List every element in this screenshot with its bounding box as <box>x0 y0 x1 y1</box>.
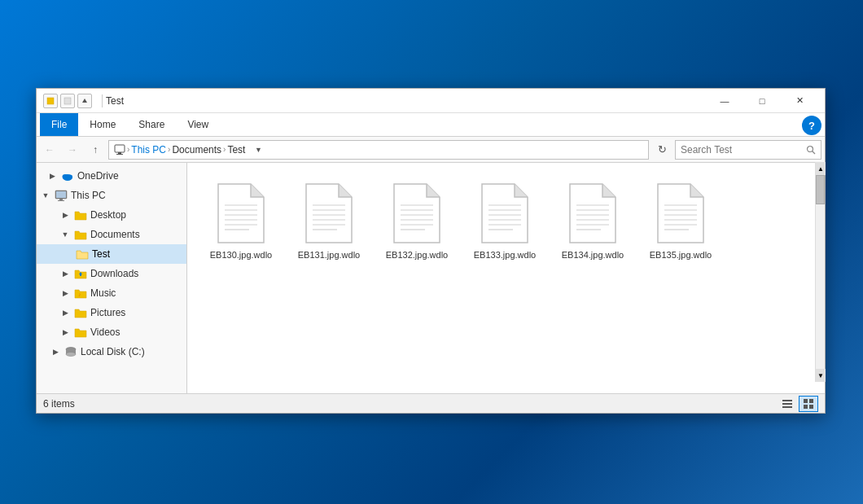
expand-icon-this-pc: ▼ <box>40 190 51 201</box>
svg-text:♪: ♪ <box>78 291 81 297</box>
quick-access-btn-3[interactable] <box>77 94 92 108</box>
path-sep-2: › <box>168 145 170 154</box>
svg-rect-12 <box>56 191 66 198</box>
svg-rect-4 <box>118 152 121 154</box>
sidebar-item-desktop[interactable]: ▶ Desktop <box>37 205 186 225</box>
svg-marker-2 <box>82 99 87 103</box>
content-area: EB130.jpg.wdlo EB131.jpg.wdlo <box>187 163 825 393</box>
file-item[interactable]: EB131.jpg.wdlo <box>288 176 370 267</box>
file-item[interactable]: EB133.jpg.wdlo <box>464 176 545 267</box>
path-computer-icon <box>114 144 125 156</box>
disk-icon <box>64 345 77 358</box>
address-path[interactable]: › This PC › Documents › Test ▼ <box>108 140 649 160</box>
search-icon <box>806 145 816 155</box>
ribbon: File Home Share View ? <box>37 113 825 137</box>
sidebar-item-onedrive[interactable]: ▶ OneDrive <box>37 166 186 186</box>
sidebar: ▶ OneDrive ▼ This PC ▶ <box>37 163 187 393</box>
quick-access-toolbar <box>43 94 92 108</box>
svg-rect-13 <box>59 199 63 200</box>
svg-point-10 <box>68 175 72 179</box>
sidebar-item-local-disk[interactable]: ▶ Local Disk (C:) <box>37 342 186 362</box>
sidebar-item-label-documents: Documents <box>90 229 140 240</box>
tab-share[interactable]: Share <box>127 113 176 136</box>
expand-icon-videos: ▶ <box>59 327 71 338</box>
file-item[interactable]: EB135.jpg.wdlo <box>640 176 721 267</box>
sidebar-item-label-test: Test <box>92 248 110 260</box>
svg-rect-14 <box>58 200 64 201</box>
svg-rect-58 <box>782 403 792 405</box>
videos-icon <box>74 326 87 339</box>
svg-rect-61 <box>809 399 813 403</box>
sidebar-item-music[interactable]: ▶ ♪ Music <box>37 283 186 303</box>
up-button[interactable]: ↑ <box>85 140 105 160</box>
sidebar-item-test[interactable]: Test <box>37 244 186 264</box>
file-icon-0 <box>215 182 267 244</box>
expand-icon: ▶ <box>46 170 58 182</box>
file-name-5: EB135.jpg.wdlo <box>650 249 712 261</box>
window-title: Test <box>106 95 706 107</box>
tab-file[interactable]: File <box>40 113 78 136</box>
expand-icon-downloads: ▶ <box>59 268 71 279</box>
sidebar-item-documents[interactable]: ▼ Documents <box>37 225 186 244</box>
quick-access-btn-2[interactable] <box>60 94 75 108</box>
svg-rect-60 <box>804 399 808 403</box>
refresh-button[interactable]: ↻ <box>652 140 672 160</box>
downloads-icon <box>74 267 87 280</box>
svg-point-9 <box>63 174 68 179</box>
view-details-btn[interactable] <box>778 396 797 412</box>
status-count: 6 items <box>43 398 75 410</box>
status-bar: 6 items <box>37 393 825 413</box>
file-item[interactable]: EB130.jpg.wdlo <box>200 176 282 267</box>
window-controls: — □ ✕ <box>706 89 818 113</box>
sidebar-item-label-local-disk: Local Disk (C:) <box>81 346 145 357</box>
file-name-1: EB131.jpg.wdlo <box>298 249 360 261</box>
path-dropdown[interactable]: ▼ <box>248 140 268 160</box>
view-large-icons-btn[interactable] <box>799 396 818 412</box>
file-item[interactable]: EB134.jpg.wdlo <box>552 176 633 267</box>
path-documents[interactable]: Documents <box>172 144 221 156</box>
tab-home[interactable]: Home <box>78 113 127 136</box>
file-icon-3 <box>479 182 531 244</box>
computer-icon <box>55 189 68 202</box>
quick-access-btn-1[interactable] <box>43 94 58 108</box>
search-box <box>675 140 821 160</box>
minimize-button[interactable]: — <box>706 89 743 113</box>
svg-rect-57 <box>782 400 792 401</box>
back-button[interactable]: ← <box>40 140 59 160</box>
sidebar-item-label-onedrive: OneDrive <box>77 170 119 182</box>
main-area: ▶ OneDrive ▼ This PC ▶ <box>37 163 825 393</box>
folder-icon-desktop <box>74 208 87 221</box>
file-name-0: EB130.jpg.wdlo <box>210 249 272 261</box>
ribbon-tabs: File Home Share View ? <box>37 113 825 136</box>
file-icon-1 <box>303 182 355 244</box>
help-button[interactable]: ? <box>802 116 821 135</box>
svg-rect-0 <box>47 98 54 104</box>
file-icon-5 <box>655 182 707 244</box>
maximize-button[interactable]: □ <box>743 89 781 113</box>
sidebar-item-label-desktop: Desktop <box>90 209 126 221</box>
address-bar: ← → ↑ › This PC › Documents › Test ▼ ↻ <box>37 137 825 163</box>
close-button[interactable]: ✕ <box>781 89 818 113</box>
sidebar-item-downloads[interactable]: ▶ Downloads <box>37 264 186 283</box>
file-name-4: EB134.jpg.wdlo <box>562 249 624 261</box>
pictures-icon <box>74 306 87 319</box>
tab-view[interactable]: View <box>176 113 220 136</box>
cloud-icon <box>61 169 74 182</box>
svg-rect-59 <box>782 406 792 408</box>
music-icon: ♪ <box>74 287 87 300</box>
view-buttons <box>778 396 818 412</box>
title-separator <box>102 94 103 107</box>
expand-icon-local-disk: ▶ <box>50 346 61 357</box>
path-test[interactable]: Test <box>227 144 245 156</box>
sidebar-item-videos[interactable]: ▶ Videos <box>37 322 186 342</box>
forward-button[interactable]: → <box>63 140 82 160</box>
file-explorer-window: Test — □ ✕ File Home Share View ? ← → ↑ … <box>36 88 826 414</box>
file-item[interactable]: EB132.jpg.wdlo <box>376 176 458 267</box>
sidebar-item-pictures[interactable]: ▶ Pictures <box>37 303 186 322</box>
file-icon-4 <box>567 182 619 244</box>
sidebar-item-this-pc[interactable]: ▼ This PC <box>37 186 186 205</box>
search-input[interactable] <box>681 144 803 156</box>
sidebar-item-label-videos: Videos <box>90 327 120 338</box>
path-this-pc[interactable]: This PC <box>131 144 166 156</box>
file-icon-2 <box>391 182 443 244</box>
